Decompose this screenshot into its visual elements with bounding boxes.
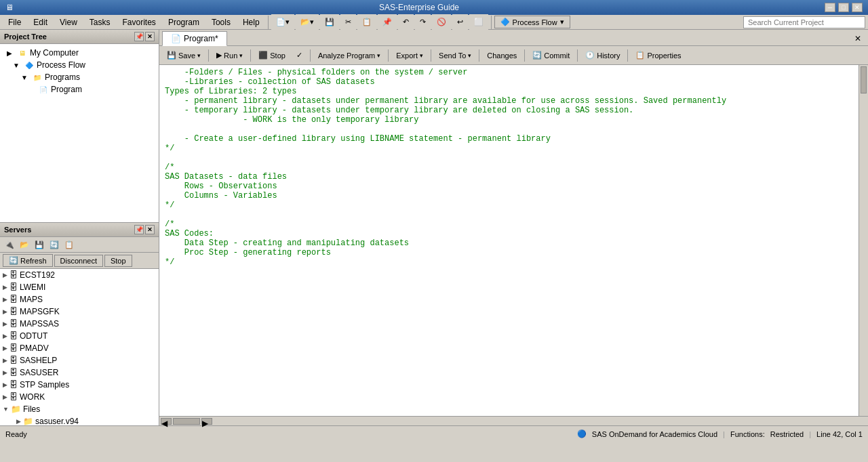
main-layout: Project Tree 📌 ✕ ▶ 🖥 My Computer ▼ 🔷 Pro… xyxy=(0,30,868,425)
servers-tb-btn3[interactable]: 💾 xyxy=(33,238,46,251)
properties-button[interactable]: 📋 Properties xyxy=(631,48,686,63)
tree-item-root[interactable]: ▶ 🖥 My Computer xyxy=(3,47,156,59)
menu-favorites[interactable]: Favorites xyxy=(117,16,161,28)
tree-program-label: Program xyxy=(51,85,82,94)
server-item-sasuser[interactable]: ▶ 🗄 SASUSER xyxy=(0,366,159,379)
toolbar-redo-btn[interactable]: ↷ xyxy=(415,14,431,30)
toolbar-window-btn[interactable]: ⬜ xyxy=(469,14,488,30)
refresh-label: Refresh xyxy=(20,257,47,265)
expand-pmadv: ▶ xyxy=(3,345,7,352)
menu-program[interactable]: Program xyxy=(163,16,205,28)
toolbar-cut-btn[interactable]: ✂ xyxy=(340,14,356,30)
toolbar-open-btn[interactable]: 📂▾ xyxy=(296,14,319,30)
menu-tools[interactable]: Tools xyxy=(206,16,236,28)
close-window-button[interactable]: ✕ xyxy=(852,3,863,12)
servers-close-btn[interactable]: ✕ xyxy=(145,225,155,234)
menu-help[interactable]: Help xyxy=(237,16,265,28)
menu-tasks[interactable]: Tasks xyxy=(84,16,116,28)
work-icon: 🗄 xyxy=(9,392,18,402)
stop-label: Stop xyxy=(270,51,285,60)
stop-button[interactable]: ⬛ Stop xyxy=(254,48,290,63)
project-tree-pin-btn[interactable]: 📌 xyxy=(134,32,144,41)
expand-sasuser: ▶ xyxy=(3,369,7,376)
odtut-label: ODTUT xyxy=(20,331,47,341)
disconnect-button[interactable]: Disconnect xyxy=(54,255,103,267)
toolbar-paste-btn[interactable]: 📌 xyxy=(378,14,397,30)
vertical-scrollbar[interactable] xyxy=(859,65,868,416)
toolbar-stop-btn[interactable]: 🚫 xyxy=(432,14,451,30)
scroll-thumb[interactable] xyxy=(861,66,867,93)
left-panel: Project Tree 📌 ✕ ▶ 🖥 My Computer ▼ 🔷 Pro… xyxy=(0,30,159,425)
server-item-ecst192[interactable]: ▶ 🗄 ECST192 xyxy=(0,269,159,281)
servers-tb-btn1[interactable]: 🔌 xyxy=(3,238,16,251)
program-tab[interactable]: 📄 Program* xyxy=(162,31,227,46)
servers-pin-btn[interactable]: 📌 xyxy=(134,225,144,234)
title-bar: 🖥 SAS-Enterprise Guide ─ □ ✕ xyxy=(0,0,868,15)
changes-button[interactable]: Changes xyxy=(482,48,521,63)
servers-tb-btn5[interactable]: 📋 xyxy=(62,238,76,251)
mapssas-label: MAPSSAS xyxy=(20,319,59,329)
save-button[interactable]: 💾 Save ▾ xyxy=(162,48,205,63)
tree-item-program[interactable]: 📄 Program xyxy=(3,83,156,96)
sashelp-label: SASHELP xyxy=(20,356,57,365)
h-scroll-thumb[interactable] xyxy=(173,418,200,425)
editor-close-btn[interactable]: ✕ xyxy=(850,33,865,45)
commit-button[interactable]: 🔄 Commit xyxy=(528,48,574,63)
code-content[interactable]: -Folders / Files - physical folders on t… xyxy=(159,65,859,416)
horizontal-scrollbar[interactable]: ◀ ▶ xyxy=(159,416,868,425)
search-input[interactable] xyxy=(743,16,865,28)
analyze-button[interactable]: Analyze Program ▾ xyxy=(313,48,385,63)
server-item-stpsamples[interactable]: ▶ 🗄 STP Samples xyxy=(0,379,159,391)
menu-bar: File Edit View Tasks Favorites Program T… xyxy=(0,15,868,30)
minimize-button[interactable]: ─ xyxy=(825,3,835,12)
expand-odtut: ▶ xyxy=(3,333,7,339)
maximize-button[interactable]: □ xyxy=(838,3,849,12)
server-item-pmadv[interactable]: ▶ 🗄 PMADV xyxy=(0,342,159,354)
server-item-sashelp[interactable]: ▶ 🗄 SASHELP xyxy=(0,354,159,366)
toolbar-save-btn[interactable]: 💾 xyxy=(320,14,339,30)
tree-item-programs[interactable]: ▼ 📁 Programs xyxy=(3,71,156,83)
ed-sep2 xyxy=(250,49,251,62)
menu-file[interactable]: File xyxy=(3,16,26,28)
toolbar-refresh-btn[interactable]: ↩ xyxy=(452,14,468,30)
export-button[interactable]: Export ▾ xyxy=(391,48,428,63)
stop-server-button[interactable]: Stop xyxy=(104,255,132,267)
toolbar-new-btn[interactable]: 📄▾ xyxy=(271,14,294,30)
server-item-lwemi[interactable]: ▶ 🗄 LWEMI xyxy=(0,281,159,293)
sendto-button[interactable]: Send To ▾ xyxy=(434,48,476,63)
process-flow-button[interactable]: 🔷 Process Flow ▾ xyxy=(494,16,570,28)
save-icon: 💾 xyxy=(167,51,176,60)
server-list: ▶ 🗄 ECST192 ▶ 🗄 LWEMI ▶ 🗄 MAPS ▶ 🗄 xyxy=(0,269,159,425)
toolbar-copy-btn[interactable]: 📋 xyxy=(357,14,376,30)
refresh-button[interactable]: 🔄 Refresh xyxy=(3,254,53,267)
project-tree-close-btn[interactable]: ✕ xyxy=(145,32,155,41)
tree-programs-label: Programs xyxy=(45,72,80,82)
ed-sep4 xyxy=(388,49,389,62)
server-item-sasuserv94[interactable]: ▶ 📁 sasuser.v94 xyxy=(0,415,159,425)
server-item-mapssas[interactable]: ▶ 🗄 MAPSSAS xyxy=(0,318,159,330)
history-button[interactable]: 🕐 History xyxy=(580,48,625,63)
mapsgfk-label: MAPSGFK xyxy=(20,307,60,316)
h-scroll-left[interactable]: ◀ xyxy=(161,418,172,425)
ed-sep9 xyxy=(627,49,628,62)
check-btn[interactable]: ✓ xyxy=(292,48,307,63)
server-item-odtut[interactable]: ▶ 🗄 ODTUT xyxy=(0,330,159,342)
tree-item-processflow[interactable]: ▼ 🔷 Process Flow xyxy=(3,59,156,71)
server-item-work[interactable]: ▶ 🗄 WORK xyxy=(0,391,159,403)
stop-icon: ⬛ xyxy=(258,51,268,60)
code-area[interactable]: -Folders / Files - physical folders on t… xyxy=(159,65,868,416)
servers-tb-btn2[interactable]: 📂 xyxy=(18,238,31,251)
server-item-mapsgfk[interactable]: ▶ 🗄 MAPSGFK xyxy=(0,306,159,318)
server-item-files[interactable]: ▼ 📁 Files xyxy=(0,403,159,415)
menu-view[interactable]: View xyxy=(54,16,83,28)
line-info-label: Line 42, Col 1 xyxy=(816,430,863,438)
ed-sep7 xyxy=(524,49,525,62)
project-tree-header: Project Tree 📌 ✕ xyxy=(0,30,159,44)
run-button[interactable]: ▶ Run ▾ xyxy=(212,48,248,63)
server-item-maps[interactable]: ▶ 🗄 MAPS xyxy=(0,293,159,306)
toolbar-undo-btn[interactable]: ↶ xyxy=(398,14,414,30)
h-scroll-right[interactable]: ▶ xyxy=(201,418,212,425)
servers-tb-btn4[interactable]: 🔄 xyxy=(47,238,61,251)
menu-edit[interactable]: Edit xyxy=(28,16,53,28)
expand-mapsgfk: ▶ xyxy=(3,308,7,315)
